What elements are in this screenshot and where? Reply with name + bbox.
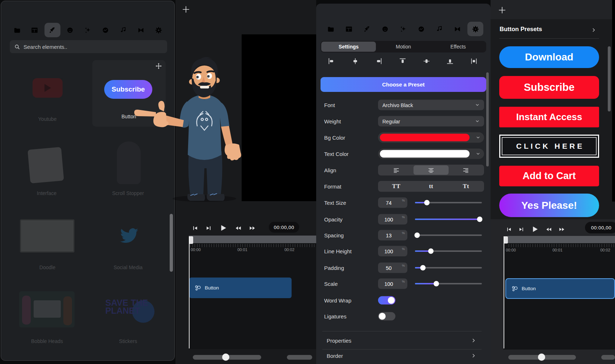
ligatures-toggle[interactable] bbox=[378, 312, 395, 321]
align-bottom-icon[interactable] bbox=[446, 58, 454, 65]
format-uppercase[interactable]: TT bbox=[379, 182, 413, 191]
rewind-icon[interactable] bbox=[235, 225, 242, 232]
music-note-icon[interactable] bbox=[431, 22, 447, 36]
gear-icon[interactable] bbox=[467, 22, 483, 36]
opacity-value[interactable]: 100% bbox=[378, 214, 407, 225]
timeline-scrollbar[interactable] bbox=[508, 355, 576, 360]
line-height-slider[interactable] bbox=[415, 250, 482, 252]
choose-preset-button[interactable]: Choose a Preset bbox=[321, 77, 486, 92]
font-dropdown[interactable]: Archivo Black bbox=[378, 100, 484, 110]
elements-scrollbar[interactable] bbox=[170, 214, 173, 272]
format-titlecase[interactable]: Tt bbox=[449, 182, 483, 191]
tab-settings[interactable]: Settings bbox=[321, 42, 376, 52]
fast-forward-icon[interactable] bbox=[559, 226, 565, 233]
folder-icon[interactable] bbox=[9, 23, 25, 37]
timeline-ruler[interactable] bbox=[189, 236, 316, 243]
music-note-icon[interactable] bbox=[115, 23, 131, 37]
preset-add-to-cart[interactable]: Add to Cart bbox=[499, 166, 599, 186]
search-input[interactable] bbox=[24, 44, 163, 50]
distribute-horizontal-icon[interactable] bbox=[470, 58, 478, 65]
timeline-zoom-knob[interactable] bbox=[222, 354, 229, 361]
skip-start-icon[interactable] bbox=[192, 225, 198, 231]
element-interface-thumb[interactable] bbox=[27, 147, 64, 183]
transition-icon[interactable] bbox=[449, 22, 465, 36]
scale-slider[interactable] bbox=[415, 283, 482, 284]
spacing-value[interactable]: 13% bbox=[378, 230, 407, 241]
skip-start-icon[interactable] bbox=[506, 227, 512, 232]
format-lowercase[interactable]: tt bbox=[413, 182, 448, 191]
text-size-value[interactable]: 74% bbox=[378, 198, 407, 208]
tab-effects[interactable]: Effects bbox=[431, 42, 485, 52]
timeline-scrollbar[interactable] bbox=[193, 355, 261, 360]
ruler-label: 00:02 bbox=[284, 247, 294, 252]
skip-end-icon[interactable] bbox=[205, 225, 212, 231]
align-right-icon[interactable] bbox=[375, 58, 382, 65]
element-label: Doodle bbox=[39, 264, 55, 270]
rewind-icon[interactable] bbox=[546, 226, 552, 233]
gear-icon[interactable] bbox=[150, 23, 166, 37]
chevron-right-icon[interactable] bbox=[591, 27, 596, 33]
padding-value[interactable]: 50% bbox=[378, 263, 407, 273]
element-doodle-thumb[interactable] bbox=[20, 219, 75, 253]
text-align-center[interactable] bbox=[413, 165, 448, 175]
align-left-icon[interactable] bbox=[328, 58, 335, 65]
element-social-media-thumb[interactable] bbox=[116, 225, 142, 246]
play-icon[interactable] bbox=[219, 224, 228, 232]
align-center-vertical-icon[interactable] bbox=[423, 58, 430, 65]
bg-color-picker[interactable] bbox=[378, 132, 484, 143]
timeline-scrollbar-right[interactable] bbox=[287, 355, 312, 360]
smiley-icon[interactable] bbox=[377, 22, 393, 36]
element-youtube-thumb[interactable] bbox=[33, 78, 63, 98]
wave-icon[interactable] bbox=[413, 22, 429, 36]
add-scene-icon[interactable] bbox=[182, 5, 190, 13]
playhead[interactable] bbox=[189, 236, 190, 348]
timeline-ruler[interactable] bbox=[508, 236, 615, 243]
presets-scrollbar[interactable] bbox=[608, 46, 611, 111]
text-color-picker[interactable] bbox=[378, 149, 484, 159]
template-icon[interactable] bbox=[341, 22, 357, 36]
transition-icon[interactable] bbox=[133, 23, 149, 37]
weight-dropdown[interactable]: Regular bbox=[378, 116, 484, 127]
align-top-icon[interactable] bbox=[399, 58, 406, 65]
word-wrap-toggle[interactable] bbox=[378, 296, 395, 305]
skip-end-icon[interactable] bbox=[518, 227, 524, 232]
preset-download[interactable]: Download bbox=[499, 46, 599, 68]
text-align-left[interactable] bbox=[379, 165, 413, 175]
smiley-icon[interactable] bbox=[62, 23, 78, 37]
preset-instant-access[interactable]: Instant Access bbox=[499, 107, 599, 127]
playhead[interactable] bbox=[504, 236, 504, 348]
settings-scrollbar[interactable] bbox=[486, 72, 489, 166]
play-icon[interactable] bbox=[531, 225, 539, 233]
search-bar bbox=[10, 40, 167, 53]
element-bobble-heads-thumb[interactable] bbox=[19, 291, 75, 327]
template-icon[interactable] bbox=[27, 23, 43, 37]
text-size-slider[interactable] bbox=[415, 202, 482, 203]
folder-icon[interactable] bbox=[323, 22, 339, 36]
wave-icon[interactable] bbox=[97, 23, 113, 37]
preset-subscribe[interactable]: Subscribe bbox=[499, 76, 599, 99]
tab-motion[interactable]: Motion bbox=[376, 42, 430, 52]
spacing-slider[interactable] bbox=[415, 234, 482, 236]
sparkles-icon[interactable] bbox=[80, 23, 96, 37]
timeline-clip-button[interactable]: Button bbox=[189, 278, 292, 298]
element-stickers-thumb[interactable]: SAVE THE PLANET bbox=[105, 299, 152, 329]
line-height-value[interactable]: 100% bbox=[378, 246, 407, 257]
sparkles-icon[interactable] bbox=[395, 22, 411, 36]
timeline-clip-button[interactable]: Button bbox=[505, 278, 615, 299]
align-center-horizontal-icon[interactable] bbox=[352, 58, 359, 65]
scale-value[interactable]: 100% bbox=[378, 279, 407, 289]
timeline-zoom-knob[interactable] bbox=[538, 354, 545, 361]
section-border[interactable]: Border bbox=[316, 350, 491, 362]
rocket-icon[interactable] bbox=[359, 22, 375, 36]
element-label: Stickers bbox=[119, 338, 137, 344]
section-properties[interactable]: Properties bbox=[316, 334, 491, 347]
fast-forward-icon[interactable] bbox=[249, 225, 256, 232]
opacity-slider[interactable] bbox=[415, 219, 482, 220]
add-icon[interactable] bbox=[498, 6, 506, 14]
preset-click-here[interactable]: CLICK HERE bbox=[499, 135, 599, 158]
text-align-right[interactable] bbox=[449, 165, 483, 175]
rocket-icon[interactable] bbox=[44, 23, 60, 37]
padding-slider[interactable] bbox=[415, 267, 482, 268]
timeline-scrollbar-right[interactable] bbox=[601, 355, 615, 360]
preset-yes-please[interactable]: Yes Please! bbox=[499, 194, 599, 217]
